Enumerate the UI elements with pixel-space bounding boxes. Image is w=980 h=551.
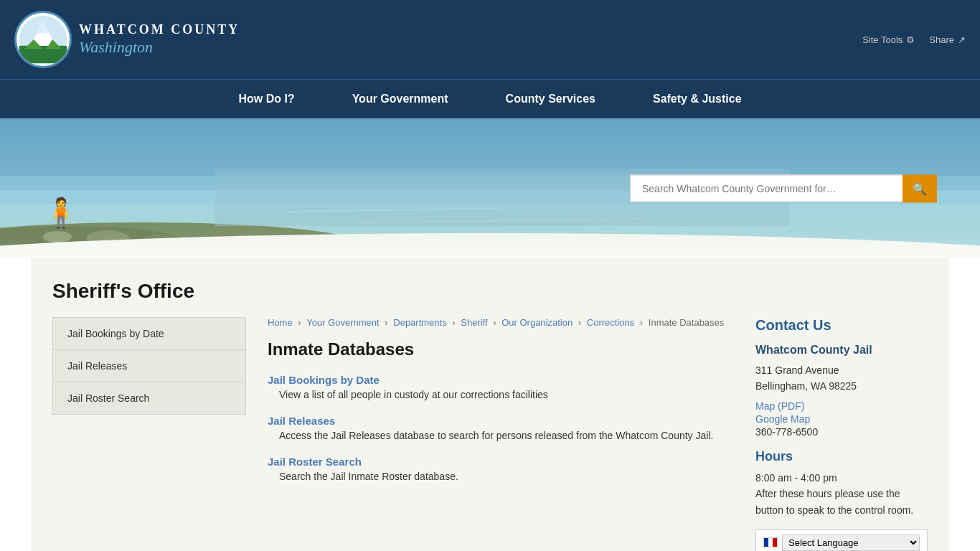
- breadcrumb-corrections[interactable]: Corrections: [587, 317, 634, 328]
- sidebar-link-jail-bookings[interactable]: Jail Bookings by Date: [53, 318, 245, 350]
- share-label: Share: [929, 34, 954, 45]
- nav-your-government[interactable]: Your Government: [324, 80, 477, 118]
- breadcrumb-sheriff[interactable]: Sheriff: [461, 317, 487, 328]
- breadcrumb-sep2: ›: [385, 317, 390, 328]
- header-right: Site Tools ⚙ Share ↗: [862, 34, 966, 45]
- translate-flag-icon: [763, 537, 778, 547]
- content-area: Jail Bookings by Date Jail Releases Jail…: [52, 317, 928, 551]
- nav-how-do-i[interactable]: How Do I?: [209, 80, 323, 118]
- logo-text: WHATCOM COUNTY Washington: [79, 22, 240, 57]
- contact-phone: 360-778-6500: [755, 426, 928, 438]
- gear-icon: ⚙: [906, 34, 915, 45]
- section-desc-jail-releases: Access the Jail Releases database to sea…: [268, 430, 734, 441]
- breadcrumb-sep6: ›: [640, 317, 646, 328]
- share-button[interactable]: Share ↗: [929, 34, 966, 45]
- nav-bar: How Do I? Your Government County Service…: [0, 79, 980, 118]
- site-tools-label: Site Tools: [862, 34, 903, 45]
- section-jail-roster: Jail Roster Search Search the Jail Inmat…: [268, 456, 734, 482]
- nav-county-services[interactable]: County Services: [477, 80, 624, 118]
- section-jail-bookings: Jail Bookings by Date View a list of all…: [268, 374, 734, 400]
- breadcrumb-departments[interactable]: Departments: [393, 317, 446, 328]
- sidebar: Jail Bookings by Date Jail Releases Jail…: [52, 317, 246, 551]
- section-jail-releases: Jail Releases Access the Jail Releases d…: [268, 415, 734, 441]
- hours-line1: 8:00 am - 4:00 pm: [755, 472, 837, 484]
- share-icon: ↗: [958, 34, 966, 45]
- page-title: Sheriff's Office: [52, 273, 928, 303]
- contact-address: 311 Grand Avenue Bellingham, WA 98225: [755, 362, 928, 395]
- section-desc-jail-bookings: View a list of all people in custody at …: [268, 389, 734, 400]
- logo-circle: [14, 11, 72, 68]
- sidebar-link-jail-roster[interactable]: Jail Roster Search: [53, 382, 245, 414]
- hours-line2: After these hours please use the button …: [755, 488, 913, 515]
- right-sidebar: Contact Us Whatcom County Jail 311 Grand…: [755, 317, 928, 551]
- breadcrumb-sep5: ›: [578, 317, 584, 328]
- sidebar-link-jail-releases[interactable]: Jail Releases: [53, 350, 245, 382]
- breadcrumb-sep4: ›: [493, 317, 499, 328]
- jail-name: Whatcom County Jail: [755, 344, 928, 357]
- content-title: Inmate Databases: [268, 339, 734, 359]
- section-link-jail-releases[interactable]: Jail Releases: [268, 415, 734, 427]
- svg-point-14: [43, 231, 72, 242]
- translate-box: Select Language: [755, 529, 928, 551]
- search-input[interactable]: [630, 175, 903, 202]
- breadcrumb-home[interactable]: Home: [268, 317, 293, 328]
- contact-box: Contact Us Whatcom County Jail 311 Grand…: [755, 317, 928, 551]
- language-select[interactable]: Select Language: [782, 534, 920, 551]
- search-button[interactable]: 🔍: [903, 174, 937, 202]
- main-content: Home › Your Government › Departments › S…: [268, 317, 734, 551]
- washington-script: Washington: [79, 38, 240, 57]
- breadcrumb-org[interactable]: Our Organization: [501, 317, 573, 328]
- page-content: Sheriff's Office Jail Bookings by Date J…: [31, 258, 949, 551]
- search-icon: 🔍: [913, 182, 927, 194]
- map-pdf-link[interactable]: Map (PDF): [755, 400, 928, 412]
- breadcrumb: Home › Your Government › Departments › S…: [268, 317, 734, 328]
- google-map-link[interactable]: Google Map: [755, 413, 928, 425]
- hours-title: Hours: [755, 449, 928, 464]
- section-link-jail-roster[interactable]: Jail Roster Search: [268, 456, 734, 468]
- hero-figure: 🧍: [43, 196, 79, 230]
- logo-area: WHATCOM COUNTY Washington: [14, 11, 240, 68]
- address-line2: Bellingham, WA 98225: [755, 380, 857, 392]
- hours-text: 8:00 am - 4:00 pm After these hours plea…: [755, 470, 928, 518]
- header: WHATCOM COUNTY Washington Site Tools ⚙ S…: [0, 0, 980, 79]
- breadcrumb-current: Inmate Databases: [649, 317, 725, 328]
- search-bar-container: 🔍: [630, 174, 937, 202]
- address-line1: 311 Grand Avenue: [755, 364, 839, 376]
- breadcrumb-your-gov[interactable]: Your Government: [306, 317, 379, 328]
- nav-safety-justice[interactable]: Safety & Justice: [624, 80, 771, 118]
- sidebar-nav: Jail Bookings by Date Jail Releases Jail…: [52, 317, 246, 415]
- breadcrumb-sep1: ›: [298, 317, 303, 328]
- hero-banner: 🧍 🔍: [0, 118, 980, 258]
- section-desc-jail-roster: Search the Jail Inmate Roster database.: [268, 471, 734, 482]
- contact-title: Contact Us: [755, 317, 928, 334]
- county-name: WHATCOM COUNTY: [79, 22, 240, 38]
- site-tools-button[interactable]: Site Tools ⚙: [862, 34, 915, 45]
- breadcrumb-sep3: ›: [452, 317, 458, 328]
- section-link-jail-bookings[interactable]: Jail Bookings by Date: [268, 374, 734, 386]
